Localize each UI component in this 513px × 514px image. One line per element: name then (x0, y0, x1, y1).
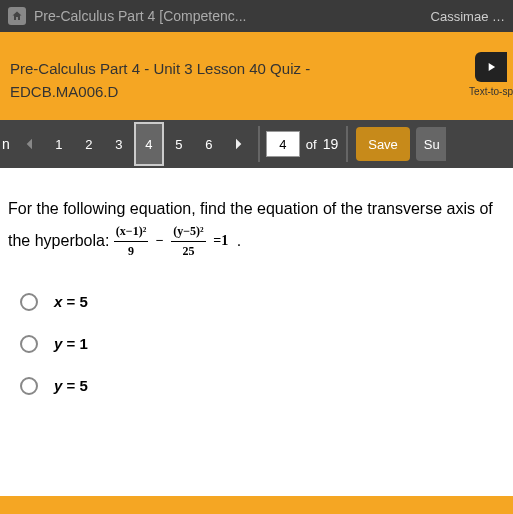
bottom-accent-bar (0, 496, 513, 514)
window-titlebar: Pre-Calculus Part 4 [Competenc... Cassim… (0, 0, 513, 32)
equals-one: =1 (213, 233, 228, 248)
numerator-2: (y−5)² (171, 222, 205, 242)
nav-separator-2 (346, 126, 348, 162)
fraction-2: (y−5)² 25 (171, 222, 205, 261)
course-title: Pre-Calculus Part 4 - Unit 3 Lesson 40 Q… (10, 58, 503, 102)
nav-separator (258, 126, 260, 162)
submit-button[interactable]: Su (416, 127, 446, 161)
total-pages: 19 (323, 136, 339, 152)
page-number-input[interactable] (266, 131, 300, 157)
save-button[interactable]: Save (356, 127, 410, 161)
question-nav-5[interactable]: 5 (164, 120, 194, 168)
period: . (237, 232, 241, 249)
play-icon[interactable] (475, 52, 507, 82)
tts-label: Text-to-sp (469, 86, 513, 97)
option-c-label: y = 5 (54, 377, 88, 394)
radio-icon[interactable] (20, 377, 38, 395)
nav-left-fragment: n (0, 136, 16, 152)
question-nav-4[interactable]: 4 (134, 122, 164, 166)
next-arrow-icon[interactable] (224, 136, 252, 152)
fraction-1: (x−1)² 9 (114, 222, 148, 261)
option-b[interactable]: y = 1 (20, 335, 503, 353)
quiz-header: Pre-Calculus Part 4 - Unit 3 Lesson 40 Q… (0, 44, 513, 120)
question-prompt-a: For the following equation, find the equ… (8, 200, 493, 217)
question-prompt-b: the hyperbola: (8, 232, 109, 249)
accent-bar (0, 32, 513, 44)
option-a[interactable]: x = 5 (20, 293, 503, 311)
minus-sign: − (156, 233, 164, 248)
hyperbola-equation: (x−1)² 9 − (y−5)² 25 =1 (114, 222, 232, 261)
question-navbar: n 1 2 3 4 5 6 of 19 Save Su (0, 120, 513, 168)
question-nav-2[interactable]: 2 (74, 120, 104, 168)
numerator-1: (x−1)² (114, 222, 148, 242)
option-a-label: x = 5 (54, 293, 88, 310)
question-content: For the following equation, find the equ… (0, 168, 513, 439)
answer-options: x = 5 y = 1 y = 5 (8, 293, 503, 395)
radio-icon[interactable] (20, 335, 38, 353)
question-nav-3[interactable]: 3 (104, 120, 134, 168)
course-title-line2: EDCB.MA006.D (10, 81, 503, 102)
option-c[interactable]: y = 5 (20, 377, 503, 395)
denominator-2: 25 (171, 242, 205, 261)
question-nav-6[interactable]: 6 (194, 120, 224, 168)
option-b-label: y = 1 (54, 335, 88, 352)
home-icon[interactable] (8, 7, 26, 25)
of-label: of (306, 137, 317, 152)
question-numbers: 1 2 3 4 5 6 (44, 120, 224, 168)
user-name: Cassimae … (431, 9, 505, 24)
radio-icon[interactable] (20, 293, 38, 311)
denominator-1: 9 (114, 242, 148, 261)
question-nav-1[interactable]: 1 (44, 120, 74, 168)
prev-arrow-icon[interactable] (16, 136, 44, 152)
course-title-line1: Pre-Calculus Part 4 - Unit 3 Lesson 40 Q… (10, 58, 503, 79)
question-text: For the following equation, find the equ… (8, 196, 503, 261)
text-to-speech[interactable]: Text-to-sp (469, 52, 513, 97)
window-title: Pre-Calculus Part 4 [Competenc... (34, 8, 423, 24)
